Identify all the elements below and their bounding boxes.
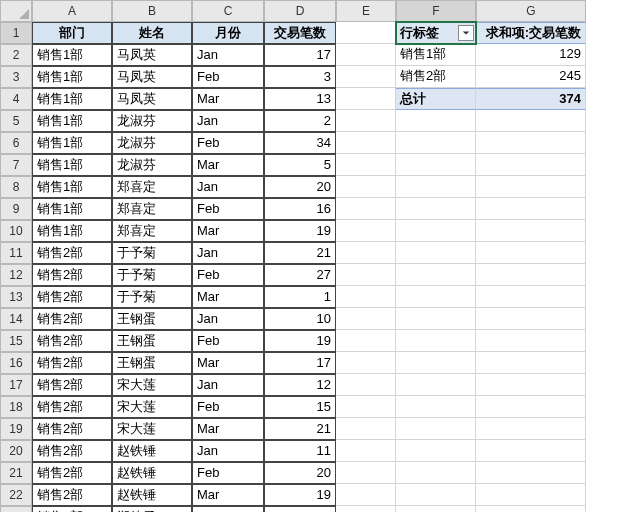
table-cell[interactable]: 销售2部	[32, 462, 112, 484]
empty-cell[interactable]	[476, 132, 586, 154]
pivot-total-label[interactable]: 总计	[396, 88, 476, 110]
col-header-B[interactable]: B	[112, 0, 192, 22]
table-cell[interactable]: Mar	[192, 88, 264, 110]
table-cell[interactable]: 2	[264, 110, 336, 132]
empty-cell[interactable]	[336, 374, 396, 396]
table-cell[interactable]: Feb	[192, 132, 264, 154]
row-header-14[interactable]: 14	[0, 308, 32, 330]
table-cell[interactable]: 郑德勇	[112, 506, 192, 512]
table-cell[interactable]: 郑喜定	[112, 176, 192, 198]
table-cell[interactable]: 宋大莲	[112, 418, 192, 440]
empty-cell[interactable]	[476, 242, 586, 264]
row-header-1[interactable]: 1	[0, 22, 32, 44]
row-header-8[interactable]: 8	[0, 176, 32, 198]
table-cell[interactable]: 12	[264, 374, 336, 396]
pivot-row-value[interactable]: 129	[476, 44, 586, 66]
row-header-7[interactable]: 7	[0, 154, 32, 176]
empty-cell[interactable]	[336, 220, 396, 242]
table-cell[interactable]: 20	[264, 462, 336, 484]
table-cell[interactable]: Jan	[192, 374, 264, 396]
empty-cell[interactable]	[336, 264, 396, 286]
table-cell[interactable]: 龙淑芬	[112, 154, 192, 176]
empty-cell[interactable]	[476, 308, 586, 330]
table-cell[interactable]: 销售2部	[32, 308, 112, 330]
col-header-F[interactable]: F	[396, 0, 476, 22]
table-cell[interactable]: Mar	[192, 286, 264, 308]
empty-cell[interactable]	[396, 154, 476, 176]
empty-cell[interactable]	[336, 506, 396, 512]
table-cell[interactable]: 11	[264, 440, 336, 462]
empty-cell[interactable]	[476, 198, 586, 220]
empty-cell[interactable]	[396, 264, 476, 286]
empty-cell[interactable]	[396, 396, 476, 418]
table-cell[interactable]: 17	[264, 44, 336, 66]
empty-cell[interactable]	[336, 44, 396, 66]
col-header-E[interactable]: E	[336, 0, 396, 22]
table-cell[interactable]: 19	[264, 330, 336, 352]
table-cell[interactable]: 销售1部	[32, 110, 112, 132]
empty-cell[interactable]	[476, 352, 586, 374]
table-cell[interactable]: 16	[264, 198, 336, 220]
table-cell[interactable]: 销售2部	[32, 396, 112, 418]
table-cell[interactable]: 1	[264, 286, 336, 308]
table-cell[interactable]: 27	[264, 264, 336, 286]
pivot-value-header[interactable]: 求和项:交易笔数	[476, 22, 586, 44]
empty-cell[interactable]	[476, 110, 586, 132]
table-cell[interactable]: 销售2部	[32, 418, 112, 440]
table-cell[interactable]: 17	[264, 352, 336, 374]
table-cell[interactable]: 赵铁锤	[112, 484, 192, 506]
table-cell[interactable]: 销售2部	[32, 506, 112, 512]
empty-cell[interactable]	[336, 66, 396, 88]
table-cell[interactable]: Feb	[192, 264, 264, 286]
empty-cell[interactable]	[476, 154, 586, 176]
col-header-C[interactable]: C	[192, 0, 264, 22]
row-header-2[interactable]: 2	[0, 44, 32, 66]
table-cell[interactable]: 郑喜定	[112, 220, 192, 242]
table-cell[interactable]: 于予菊	[112, 286, 192, 308]
empty-cell[interactable]	[336, 440, 396, 462]
table-cell[interactable]: 龙淑芬	[112, 132, 192, 154]
pivot-row-label[interactable]: 销售1部	[396, 44, 476, 66]
empty-cell[interactable]	[396, 242, 476, 264]
empty-cell[interactable]	[396, 176, 476, 198]
table-cell[interactable]: 于予菊	[112, 264, 192, 286]
table-cell[interactable]: 销售1部	[32, 66, 112, 88]
row-header-6[interactable]: 6	[0, 132, 32, 154]
empty-cell[interactable]	[396, 418, 476, 440]
table-cell[interactable]: 20	[264, 176, 336, 198]
table-cell[interactable]: 销售1部	[32, 132, 112, 154]
empty-cell[interactable]	[336, 132, 396, 154]
table-cell[interactable]: 21	[264, 418, 336, 440]
select-all-corner[interactable]	[0, 0, 32, 22]
table-header-1[interactable]: 姓名	[112, 22, 192, 44]
table-header-2[interactable]: 月份	[192, 22, 264, 44]
table-cell[interactable]: 销售2部	[32, 330, 112, 352]
table-cell[interactable]: Feb	[192, 66, 264, 88]
pivot-row-value[interactable]: 245	[476, 66, 586, 88]
empty-cell[interactable]	[396, 440, 476, 462]
empty-cell[interactable]	[476, 506, 586, 512]
table-cell[interactable]: 郑喜定	[112, 198, 192, 220]
table-cell[interactable]: Jan	[192, 176, 264, 198]
empty-cell[interactable]	[476, 220, 586, 242]
row-header-13[interactable]: 13	[0, 286, 32, 308]
col-header-D[interactable]: D	[264, 0, 336, 22]
table-cell[interactable]: Jan	[192, 110, 264, 132]
table-cell[interactable]: Feb	[192, 330, 264, 352]
row-header-20[interactable]: 20	[0, 440, 32, 462]
empty-cell[interactable]	[336, 396, 396, 418]
empty-cell[interactable]	[476, 330, 586, 352]
table-cell[interactable]: 销售2部	[32, 440, 112, 462]
table-cell[interactable]: Mar	[192, 220, 264, 242]
table-cell[interactable]: 销售2部	[32, 374, 112, 396]
empty-cell[interactable]	[336, 484, 396, 506]
empty-cell[interactable]	[476, 374, 586, 396]
empty-cell[interactable]	[476, 264, 586, 286]
empty-cell[interactable]	[476, 396, 586, 418]
table-cell[interactable]: 赵铁锤	[112, 462, 192, 484]
table-cell[interactable]: Jan	[192, 308, 264, 330]
empty-cell[interactable]	[476, 484, 586, 506]
empty-cell[interactable]	[336, 462, 396, 484]
pivot-row-label-header[interactable]: 行标签	[396, 22, 476, 44]
table-cell[interactable]: 马凤英	[112, 88, 192, 110]
